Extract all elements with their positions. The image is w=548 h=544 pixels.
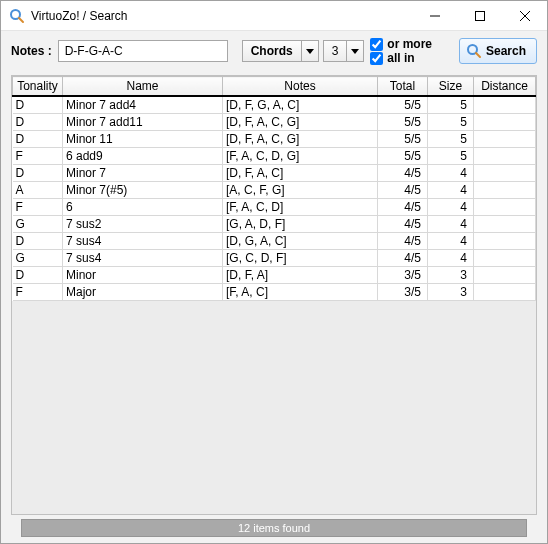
cell-distance bbox=[474, 199, 536, 216]
app-icon bbox=[9, 8, 25, 24]
cell-name: 7 sus4 bbox=[63, 250, 223, 267]
cell-tonality: F bbox=[13, 199, 63, 216]
table-row[interactable]: DMinor[D, F, A]3/53 bbox=[13, 267, 536, 284]
table-row[interactable]: DMinor 11[D, F, A, C, G]5/55 bbox=[13, 131, 536, 148]
cell-distance bbox=[474, 96, 536, 114]
cell-notes: [G, A, D, F] bbox=[223, 216, 378, 233]
cell-size: 5 bbox=[428, 131, 474, 148]
or-more-checkbox[interactable]: or more bbox=[370, 37, 432, 51]
results-grid[interactable]: Tonality Name Notes Total Size Distance … bbox=[11, 75, 537, 515]
chevron-down-icon[interactable] bbox=[346, 40, 364, 62]
cell-size: 4 bbox=[428, 165, 474, 182]
cell-total: 4/5 bbox=[378, 199, 428, 216]
table-row[interactable]: DMinor 7[D, F, A, C]4/54 bbox=[13, 165, 536, 182]
notes-label: Notes : bbox=[11, 44, 52, 58]
cell-name: 7 sus4 bbox=[63, 233, 223, 250]
toolbar: Notes : Chords 3 or more all in Search bbox=[1, 31, 547, 71]
cell-size: 5 bbox=[428, 148, 474, 165]
cell-tonality: F bbox=[13, 284, 63, 301]
cell-tonality: G bbox=[13, 250, 63, 267]
titlebar: VirtuoZo! / Search bbox=[1, 1, 547, 31]
col-tonality[interactable]: Tonality bbox=[13, 77, 63, 97]
count-combo[interactable]: 3 bbox=[323, 40, 365, 62]
notes-input[interactable] bbox=[58, 40, 228, 62]
cell-total: 3/5 bbox=[378, 267, 428, 284]
cell-notes: [A, C, F, G] bbox=[223, 182, 378, 199]
cell-distance bbox=[474, 182, 536, 199]
cell-size: 3 bbox=[428, 267, 474, 284]
cell-total: 5/5 bbox=[378, 148, 428, 165]
cell-distance bbox=[474, 165, 536, 182]
cell-notes: [D, F, A] bbox=[223, 267, 378, 284]
table-row[interactable]: D7 sus4[D, G, A, C]4/54 bbox=[13, 233, 536, 250]
maximize-button[interactable] bbox=[457, 1, 502, 30]
cell-size: 4 bbox=[428, 199, 474, 216]
search-icon bbox=[466, 43, 482, 59]
table-row[interactable]: G7 sus4[G, C, D, F]4/54 bbox=[13, 250, 536, 267]
cell-notes: [D, F, G, A, C] bbox=[223, 96, 378, 114]
table-row[interactable]: F6[F, A, C, D]4/54 bbox=[13, 199, 536, 216]
status-bar: 12 items found bbox=[21, 519, 527, 537]
table-row[interactable]: FMajor[F, A, C]3/53 bbox=[13, 284, 536, 301]
chevron-down-icon[interactable] bbox=[301, 40, 319, 62]
table-row[interactable]: DMinor 7 add11[D, F, A, C, G]5/55 bbox=[13, 114, 536, 131]
cell-total: 4/5 bbox=[378, 165, 428, 182]
col-notes[interactable]: Notes bbox=[223, 77, 378, 97]
cell-tonality: D bbox=[13, 96, 63, 114]
type-combo[interactable]: Chords bbox=[242, 40, 319, 62]
cell-tonality: D bbox=[13, 233, 63, 250]
col-size[interactable]: Size bbox=[428, 77, 474, 97]
cell-name: Minor bbox=[63, 267, 223, 284]
cell-notes: [D, F, A, C, G] bbox=[223, 114, 378, 131]
cell-distance bbox=[474, 233, 536, 250]
cell-size: 5 bbox=[428, 96, 474, 114]
all-in-check-input[interactable] bbox=[370, 52, 383, 65]
svg-marker-7 bbox=[351, 49, 359, 54]
cell-distance bbox=[474, 148, 536, 165]
svg-line-9 bbox=[476, 53, 480, 57]
cell-tonality: D bbox=[13, 267, 63, 284]
cell-tonality: A bbox=[13, 182, 63, 199]
cell-distance bbox=[474, 114, 536, 131]
cell-notes: [F, A, C, D, G] bbox=[223, 148, 378, 165]
cell-size: 4 bbox=[428, 250, 474, 267]
count-combo-label: 3 bbox=[323, 40, 347, 62]
col-distance[interactable]: Distance bbox=[474, 77, 536, 97]
search-button-label: Search bbox=[486, 44, 526, 58]
cell-notes: [D, F, A, C, G] bbox=[223, 131, 378, 148]
cell-name: 7 sus2 bbox=[63, 216, 223, 233]
close-button[interactable] bbox=[502, 1, 547, 30]
or-more-check-input[interactable] bbox=[370, 38, 383, 51]
search-button[interactable]: Search bbox=[459, 38, 537, 64]
col-total[interactable]: Total bbox=[378, 77, 428, 97]
cell-notes: [D, G, A, C] bbox=[223, 233, 378, 250]
cell-name: Major bbox=[63, 284, 223, 301]
cell-notes: [D, F, A, C] bbox=[223, 165, 378, 182]
cell-distance bbox=[474, 284, 536, 301]
cell-total: 3/5 bbox=[378, 284, 428, 301]
cell-size: 3 bbox=[428, 284, 474, 301]
cell-name: Minor 7 add11 bbox=[63, 114, 223, 131]
cell-name: 6 add9 bbox=[63, 148, 223, 165]
table-row[interactable]: DMinor 7 add4[D, F, G, A, C]5/55 bbox=[13, 96, 536, 114]
cell-total: 4/5 bbox=[378, 182, 428, 199]
cell-distance bbox=[474, 250, 536, 267]
table-row[interactable]: G7 sus2[G, A, D, F]4/54 bbox=[13, 216, 536, 233]
col-name[interactable]: Name bbox=[63, 77, 223, 97]
table-row[interactable]: F6 add9[F, A, C, D, G]5/55 bbox=[13, 148, 536, 165]
window-title: VirtuoZo! / Search bbox=[31, 9, 412, 23]
cell-name: Minor 7 bbox=[63, 165, 223, 182]
cell-total: 5/5 bbox=[378, 114, 428, 131]
cell-distance bbox=[474, 267, 536, 284]
cell-size: 4 bbox=[428, 182, 474, 199]
cell-notes: [G, C, D, F] bbox=[223, 250, 378, 267]
cell-notes: [F, A, C] bbox=[223, 284, 378, 301]
cell-total: 5/5 bbox=[378, 131, 428, 148]
cell-name: Minor 7 add4 bbox=[63, 96, 223, 114]
all-in-checkbox[interactable]: all in bbox=[370, 51, 432, 65]
cell-tonality: D bbox=[13, 114, 63, 131]
svg-line-1 bbox=[19, 18, 23, 22]
table-row[interactable]: AMinor 7(#5)[A, C, F, G]4/54 bbox=[13, 182, 536, 199]
cell-tonality: G bbox=[13, 216, 63, 233]
minimize-button[interactable] bbox=[412, 1, 457, 30]
